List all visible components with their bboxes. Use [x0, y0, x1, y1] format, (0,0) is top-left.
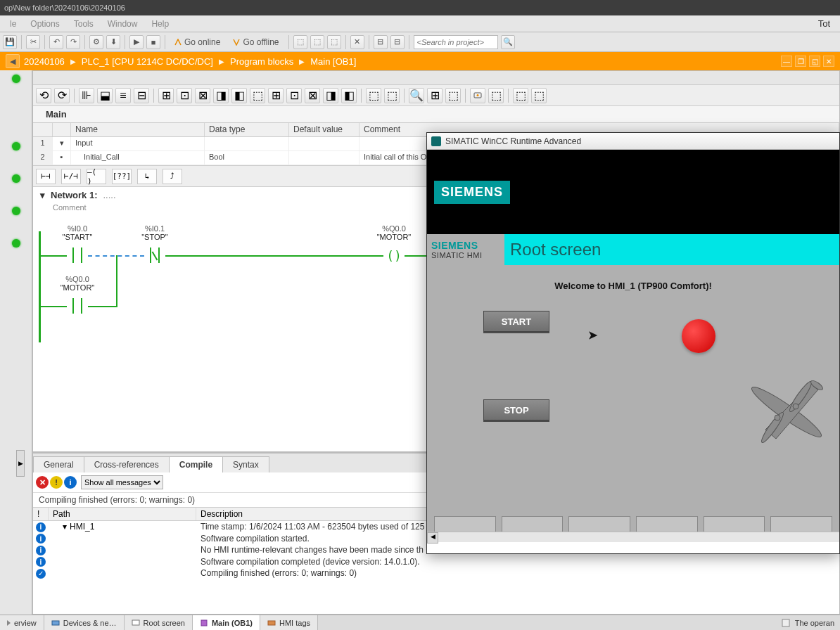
lad-box[interactable]: [??] — [112, 169, 132, 184]
compile-row[interactable]: i Software compilation completed (device… — [33, 556, 839, 568]
collapse-handle[interactable]: ▶ — [16, 450, 25, 477]
et-btn[interactable]: ⬚ — [366, 88, 381, 103]
start-sim-button[interactable]: ▶ — [129, 35, 144, 49]
contact-start[interactable] — [67, 248, 88, 263]
et-btn[interactable]: ⬚ — [250, 88, 265, 103]
nav-back-button[interactable]: ◀ — [6, 54, 20, 68]
hmi-nav-btn[interactable] — [704, 516, 765, 532]
et-btn[interactable]: ⬚ — [384, 88, 400, 103]
hmi-stop-button[interactable]: STOP — [483, 399, 549, 420]
et-btn[interactable]: ◧ — [341, 88, 357, 103]
task-tab-overview[interactable]: erview — [0, 615, 44, 630]
hmi-start-button[interactable]: START ➤ — [483, 311, 549, 332]
hmi-nav-btn[interactable] — [770, 516, 832, 532]
hmi-scrollbar[interactable]: ◀ — [427, 532, 839, 542]
breadcrumb-main[interactable]: Main [OB1] — [310, 56, 356, 67]
undo-button[interactable]: ↶ — [49, 35, 63, 49]
tool-btn-2[interactable]: ⬚ — [310, 35, 324, 49]
col-dtype[interactable]: Data type — [205, 123, 289, 136]
tab-syntax[interactable]: Syntax — [222, 456, 269, 472]
restore-button[interactable]: ❐ — [795, 56, 806, 67]
lad-branch[interactable]: ↳ — [137, 169, 157, 184]
hmi-nav-btn[interactable] — [568, 516, 630, 532]
tool-btn-5[interactable]: ⊟ — [390, 35, 405, 49]
col-name[interactable]: Name — [71, 123, 205, 136]
et-btn[interactable]: ⬚ — [531, 88, 547, 103]
close-button[interactable]: ✕ — [823, 56, 834, 67]
et-btn[interactable]: ⬚ — [488, 88, 504, 103]
menu-item-help[interactable]: Help — [144, 19, 176, 29]
hmi-nav-btn[interactable] — [636, 516, 698, 532]
stop-sim-button[interactable]: ■ — [146, 35, 160, 49]
menu-item-options[interactable]: Options — [23, 19, 66, 29]
lad-open[interactable]: ⤴ — [163, 169, 182, 184]
tool-btn-4[interactable]: ⊟ — [374, 35, 388, 49]
et-btn[interactable]: ⊡ — [286, 88, 302, 103]
error-filter-icon[interactable]: ✕ — [36, 476, 49, 489]
et-btn[interactable]: ⬚ — [445, 88, 461, 103]
et-btn[interactable]: ⟲ — [36, 88, 51, 103]
hmi-title-bar[interactable]: SIMATIC WinCC Runtime Advanced — [427, 133, 839, 150]
compile-button[interactable]: ⚙ — [89, 35, 103, 49]
go-online-button[interactable]: Go online — [170, 34, 225, 50]
et-btn[interactable]: ⬚ — [513, 88, 528, 103]
task-tab-devices[interactable]: Devices & ne… — [44, 615, 125, 630]
go-offline-button[interactable]: Go offline — [228, 34, 284, 50]
hmi-nav-btn[interactable] — [502, 516, 564, 532]
lad-coil[interactable]: –( ) — [87, 169, 106, 184]
et-btn[interactable]: ⬓ — [97, 88, 113, 103]
et-btn[interactable]: ⊡ — [177, 88, 192, 103]
et-btn[interactable]: ⊪ — [79, 88, 94, 103]
lad-contact-no[interactable]: ⊢⊣ — [36, 169, 56, 184]
search-input[interactable] — [414, 35, 498, 49]
col-def[interactable]: Default value — [289, 123, 359, 136]
et-btn[interactable]: ⊟ — [134, 88, 149, 103]
lad-contact-nc[interactable]: ⊢/⊣ — [61, 169, 81, 184]
contact-motor-hold[interactable] — [67, 298, 88, 314]
menu-item-window[interactable]: Window — [101, 19, 145, 29]
contact-stop[interactable] — [144, 248, 165, 263]
warning-filter-icon[interactable]: ! — [50, 476, 63, 489]
tool-btn-3[interactable]: ⬚ — [327, 35, 341, 49]
tab-general[interactable]: General — [33, 456, 84, 472]
menu-item-file[interactable]: le — [3, 19, 23, 29]
hmi-nav-btn[interactable] — [434, 516, 496, 532]
tool-btn-1[interactable]: ⬚ — [293, 35, 307, 49]
delete-button[interactable]: ✕ — [350, 35, 364, 49]
et-btn[interactable]: ◨ — [213, 88, 229, 103]
save-button[interactable]: 💾 — [3, 35, 17, 49]
tab-crossref[interactable]: Cross-references — [84, 456, 170, 472]
et-btn[interactable]: ⊠ — [305, 88, 320, 103]
breadcrumb-project[interactable]: 20240106 — [24, 56, 65, 67]
et-btn[interactable]: ◧ — [231, 88, 247, 103]
et-btn[interactable]: ⊞ — [158, 88, 174, 103]
hmi-runtime-window[interactable]: SIMATIC WinCC Runtime Advanced SIEMENS S… — [426, 132, 840, 554]
info-filter-icon[interactable]: i — [64, 476, 77, 489]
search-button[interactable]: 🔍 — [501, 35, 515, 49]
et-btn[interactable]: ⊞ — [427, 88, 443, 103]
message-filter-select[interactable]: Show all messages — [81, 475, 163, 489]
task-tab-root[interactable]: Root screen — [125, 615, 193, 630]
et-btn[interactable]: ⊠ — [195, 88, 210, 103]
et-btn[interactable]: ≡ — [115, 88, 131, 103]
task-tab-hmitags[interactable]: HMI tags — [260, 615, 318, 630]
compile-row[interactable]: ✓ Compiling finished (errors: 0; warning… — [33, 567, 839, 579]
download-button[interactable]: ⬇ — [106, 35, 120, 49]
scroll-left-button[interactable]: ◀ — [427, 532, 438, 544]
menu-item-tools[interactable]: Tools — [67, 19, 101, 29]
cut-button[interactable]: ✂ — [26, 35, 40, 49]
et-btn[interactable]: ◨ — [323, 88, 338, 103]
collapse-icon[interactable]: ▾ — [40, 190, 45, 200]
et-btn[interactable]: ⊞ — [268, 88, 284, 103]
monitor-button[interactable] — [470, 88, 485, 103]
et-btn[interactable]: 🔍 — [409, 88, 424, 103]
maximize-button[interactable]: ◱ — [809, 56, 820, 67]
task-tab-main[interactable]: Main (OB1) — [193, 615, 260, 630]
coil-motor[interactable] — [383, 248, 405, 263]
et-btn[interactable]: ⟳ — [54, 88, 70, 103]
breadcrumb-plc[interactable]: PLC_1 [CPU 1214C DC/DC/DC] — [82, 56, 213, 67]
breadcrumb-blocks[interactable]: Program blocks — [230, 56, 293, 67]
redo-button[interactable]: ↷ — [66, 35, 80, 49]
minimize-button[interactable]: — — [781, 56, 792, 67]
tab-compile[interactable]: Compile — [169, 456, 223, 472]
